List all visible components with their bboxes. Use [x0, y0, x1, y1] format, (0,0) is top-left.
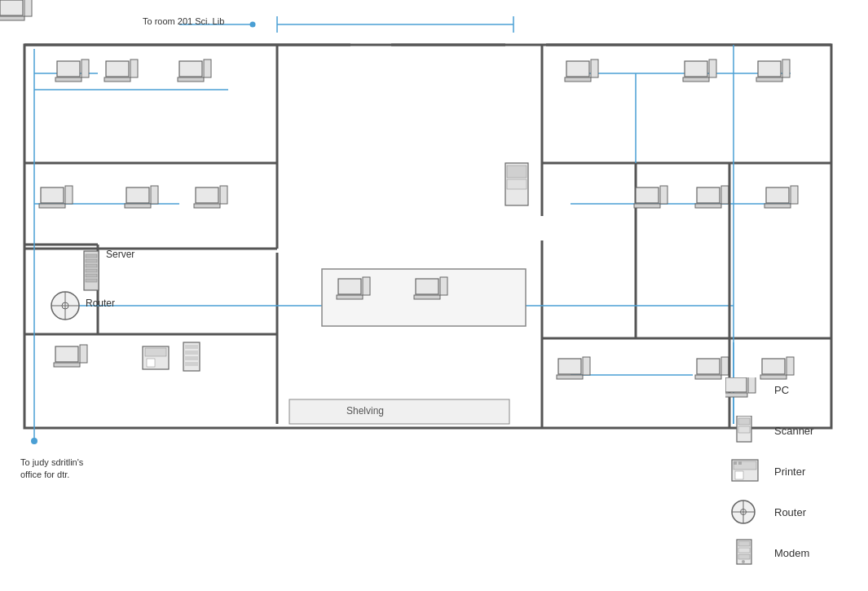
svg-rect-89: [565, 77, 591, 82]
svg-rect-38: [57, 61, 80, 77]
svg-rect-40: [82, 60, 89, 77]
svg-rect-118: [289, 399, 509, 424]
svg-rect-52: [151, 186, 158, 204]
svg-rect-55: [220, 186, 227, 204]
svg-rect-137: [738, 541, 750, 546]
svg-rect-114: [721, 357, 729, 375]
svg-rect-81: [363, 277, 370, 295]
svg-rect-110: [557, 375, 583, 379]
svg-rect-121: [725, 377, 747, 392]
svg-rect-101: [634, 204, 660, 208]
svg-rect-92: [0, 16, 24, 20]
svg-rect-111: [583, 357, 590, 375]
svg-rect-57: [86, 254, 97, 258]
svg-rect-95: [683, 77, 709, 82]
svg-rect-99: [782, 60, 790, 77]
svg-rect-109: [558, 359, 581, 374]
svg-rect-60: [86, 269, 97, 272]
svg-rect-39: [55, 77, 82, 82]
svg-rect-68: [54, 363, 80, 367]
svg-point-66: [62, 302, 68, 309]
svg-rect-54: [194, 204, 220, 208]
svg-rect-96: [709, 60, 716, 77]
legend: PC Scanner Printer: [725, 375, 856, 579]
svg-rect-45: [178, 77, 204, 82]
svg-rect-53: [196, 187, 218, 203]
svg-rect-125: [738, 418, 750, 425]
svg-rect-69: [80, 345, 87, 363]
svg-rect-77: [185, 362, 198, 366]
legend-router-label: Router: [774, 506, 806, 518]
svg-rect-51: [125, 204, 151, 208]
svg-rect-129: [735, 471, 743, 479]
svg-rect-46: [204, 60, 211, 77]
svg-rect-88: [566, 61, 589, 77]
svg-rect-50: [126, 187, 149, 203]
svg-rect-82: [416, 279, 438, 294]
svg-rect-131: [738, 461, 742, 465]
annotation-judy: To judy sdritlin'soffice for dtr.: [20, 456, 83, 482]
annotation-server: Server: [106, 249, 134, 260]
svg-point-36: [250, 22, 256, 28]
svg-rect-108: [791, 186, 798, 204]
svg-rect-87: [507, 179, 527, 189]
svg-rect-128: [734, 461, 756, 470]
legend-router: Router: [725, 497, 856, 527]
svg-rect-67: [55, 346, 78, 362]
svg-rect-84: [440, 277, 447, 295]
svg-rect-106: [766, 187, 789, 203]
svg-rect-79: [338, 279, 361, 294]
svg-rect-73: [183, 342, 200, 371]
svg-rect-83: [414, 295, 440, 299]
svg-rect-105: [721, 186, 729, 204]
svg-rect-107: [764, 204, 791, 208]
legend-printer: Printer: [725, 456, 856, 486]
svg-rect-85: [505, 163, 528, 205]
annotation-router: Router: [86, 298, 115, 309]
svg-rect-90: [591, 60, 598, 77]
svg-rect-71: [145, 348, 166, 356]
svg-rect-98: [756, 77, 782, 82]
svg-rect-94: [685, 61, 707, 77]
svg-rect-97: [758, 61, 781, 77]
svg-rect-61: [86, 274, 97, 277]
legend-pc-label: PC: [774, 384, 789, 396]
svg-rect-100: [636, 187, 659, 203]
legend-scanner: Scanner: [725, 416, 856, 445]
svg-rect-130: [734, 461, 737, 465]
svg-rect-138: [738, 548, 750, 553]
svg-rect-75: [185, 351, 198, 355]
legend-scanner-label: Scanner: [774, 425, 813, 437]
svg-rect-126: [738, 426, 750, 433]
svg-rect-56: [84, 251, 99, 290]
annotation-room201: To room 201 Sci. Lib: [143, 16, 224, 26]
svg-rect-47: [41, 187, 64, 203]
svg-rect-123: [748, 377, 756, 393]
svg-rect-139: [738, 554, 750, 559]
svg-rect-86: [507, 165, 527, 178]
svg-rect-74: [185, 345, 198, 349]
svg-rect-112: [697, 359, 720, 374]
svg-rect-117: [786, 357, 794, 375]
svg-point-63: [51, 292, 79, 320]
svg-rect-78: [322, 269, 526, 326]
svg-point-140: [742, 560, 745, 563]
svg-rect-72: [147, 359, 155, 367]
svg-rect-91: [0, 0, 23, 15]
svg-rect-58: [86, 259, 97, 262]
legend-pc: PC: [725, 375, 856, 404]
svg-rect-104: [695, 204, 721, 208]
svg-rect-122: [725, 393, 747, 397]
svg-rect-80: [337, 295, 363, 299]
legend-modem-label: Modem: [774, 547, 809, 559]
svg-rect-93: [24, 0, 32, 16]
svg-rect-0: [24, 45, 831, 428]
svg-rect-62: [86, 279, 97, 282]
svg-rect-48: [39, 204, 65, 208]
svg-rect-44: [179, 61, 202, 77]
svg-rect-102: [660, 186, 668, 204]
svg-rect-115: [762, 359, 785, 374]
svg-rect-76: [185, 356, 198, 360]
legend-modem: Modem: [725, 538, 856, 567]
svg-rect-41: [106, 61, 129, 77]
